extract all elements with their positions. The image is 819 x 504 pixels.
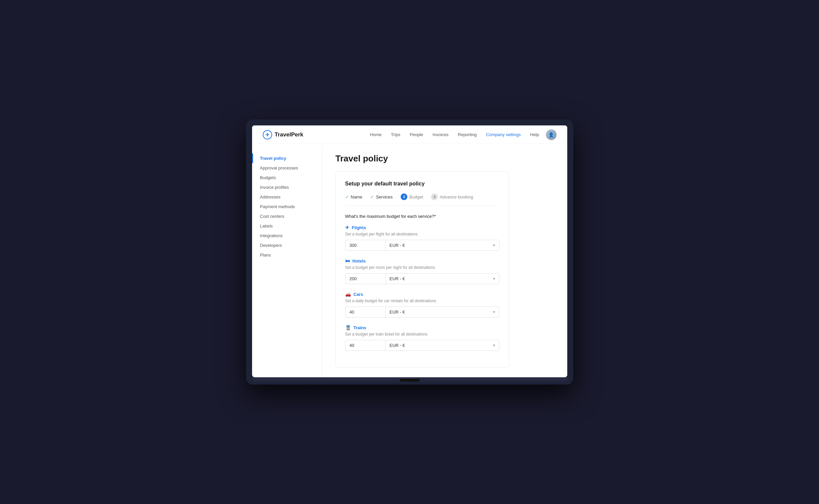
service-hotels: 🛏 Hotels Set a budget per room per night…	[345, 258, 499, 284]
cars-input-row: EUR - € ▾	[345, 307, 499, 318]
flights-input-row: EUR - € ▾	[345, 240, 499, 251]
logo-text: TravelPerk	[275, 131, 303, 138]
nav-reporting[interactable]: Reporting	[458, 132, 476, 137]
step-services-check: ✓	[370, 194, 374, 199]
service-cars: 🚗 Cars Set a daily budget for car rental…	[345, 292, 499, 318]
cars-currency-select[interactable]: EUR - € ▾	[385, 307, 499, 318]
sidebar-item-budgets[interactable]: Budgets	[252, 173, 322, 182]
sidebar-item-plans[interactable]: Plans	[252, 250, 322, 260]
trains-currency-label: EUR - €	[390, 343, 405, 348]
step-advance-num: 4	[431, 193, 438, 200]
nav-company-settings[interactable]: Company settings	[486, 132, 521, 137]
service-cars-title: 🚗 Cars	[345, 292, 499, 297]
service-trains: 🚆 Trains Set a budget per train ticket f…	[345, 325, 499, 351]
sidebar-item-labels[interactable]: Labels	[252, 221, 322, 231]
flights-chevron-icon: ▾	[493, 243, 495, 247]
hotels-currency-label: EUR - €	[390, 276, 405, 281]
step-name: ✓ Name	[345, 194, 363, 199]
service-trains-title: 🚆 Trains	[345, 325, 499, 330]
page-title: Travel policy	[336, 153, 554, 164]
nav-help[interactable]: Help	[530, 132, 539, 137]
flights-icon: ✈	[345, 225, 349, 230]
sidebar-item-travel-policy[interactable]: Travel policy	[252, 153, 322, 163]
trains-label: Trains	[354, 325, 366, 330]
step-budget: 3 Budget	[401, 193, 423, 200]
logo-icon: ✈	[263, 130, 272, 139]
sidebar-item-addresses[interactable]: Addresses	[252, 192, 322, 202]
trains-icon: 🚆	[345, 325, 351, 330]
logo: ✈ TravelPerk	[263, 130, 303, 139]
cars-label: Cars	[354, 292, 363, 297]
top-nav: ✈ TravelPerk Home Trips People Invoices …	[252, 125, 567, 144]
hotels-currency-select[interactable]: EUR - € ▾	[385, 273, 499, 284]
laptop-base	[252, 377, 567, 385]
flights-currency-label: EUR - €	[390, 243, 405, 248]
step-services-label: Services	[376, 194, 393, 199]
cars-currency-label: EUR - €	[390, 310, 405, 315]
nav-links: Home Trips People Invoices Reporting Com…	[370, 132, 539, 137]
steps-bar: ✓ Name ✓ Services 3 Budget 4	[345, 193, 499, 206]
step-advance-label: Advance booking	[440, 194, 473, 199]
policy-card: Setup your default travel policy ✓ Name …	[336, 171, 509, 368]
trains-desc: Set a budget per train ticket for all de…	[345, 332, 499, 337]
sidebar-item-approval-processes[interactable]: Approval processes	[252, 163, 322, 173]
step-services: ✓ Services	[370, 194, 393, 199]
service-flights: ✈ Flights Set a budget per flight for al…	[345, 225, 499, 251]
service-flights-title: ✈ Flights	[345, 225, 499, 230]
hotels-label: Hotels	[353, 259, 366, 264]
sidebar: Travel policy Approval processes Budgets…	[252, 144, 322, 377]
trains-currency-select[interactable]: EUR - € ▾	[385, 340, 499, 351]
trains-budget-input[interactable]	[345, 340, 385, 351]
step-budget-label: Budget	[409, 194, 423, 199]
avatar[interactable]: 👤	[546, 129, 557, 140]
nav-home[interactable]: Home	[370, 132, 382, 137]
step-name-label: Name	[351, 194, 363, 199]
cars-budget-input[interactable]	[345, 307, 385, 318]
hotels-desc: Set a budget per room per night for all …	[345, 265, 499, 270]
sidebar-item-cost-centers[interactable]: Cost centers	[252, 211, 322, 221]
main-content: Travel policy Setup your default travel …	[322, 144, 567, 377]
cars-chevron-icon: ▾	[493, 310, 495, 314]
section-question: What's the maximum budget for each servi…	[345, 214, 499, 219]
flights-desc: Set a budget per flight for all destinat…	[345, 232, 499, 236]
card-title: Setup your default travel policy	[345, 181, 499, 187]
flights-currency-select[interactable]: EUR - € ▾	[385, 240, 499, 251]
laptop-notch	[400, 379, 420, 382]
flights-label: Flights	[352, 225, 366, 230]
trains-input-row: EUR - € ▾	[345, 340, 499, 351]
step-name-check: ✓	[345, 194, 349, 199]
hotels-input-row: EUR - € ▾	[345, 273, 499, 284]
hotels-chevron-icon: ▾	[493, 277, 495, 281]
service-hotels-title: 🛏 Hotels	[345, 258, 499, 264]
sidebar-item-payment-methods[interactable]: Payment methods	[252, 202, 322, 211]
page-layout: Travel policy Approval processes Budgets…	[252, 144, 567, 377]
nav-trips[interactable]: Trips	[391, 132, 400, 137]
cars-desc: Set a daily budget for car rentals for a…	[345, 299, 499, 303]
trains-chevron-icon: ▾	[493, 343, 495, 348]
nav-invoices[interactable]: Invoices	[433, 132, 449, 137]
sidebar-item-developers[interactable]: Developers	[252, 240, 322, 250]
step-advance-booking: 4 Advance booking	[431, 193, 473, 200]
nav-people[interactable]: People	[410, 132, 423, 137]
cars-icon: 🚗	[345, 292, 351, 297]
flights-budget-input[interactable]	[345, 240, 385, 251]
step-budget-num: 3	[401, 193, 407, 200]
hotels-icon: 🛏	[345, 258, 350, 264]
hotels-budget-input[interactable]	[345, 273, 385, 284]
sidebar-item-invoice-profiles[interactable]: Invoice profiles	[252, 182, 322, 192]
sidebar-item-integrations[interactable]: Integrations	[252, 231, 322, 240]
